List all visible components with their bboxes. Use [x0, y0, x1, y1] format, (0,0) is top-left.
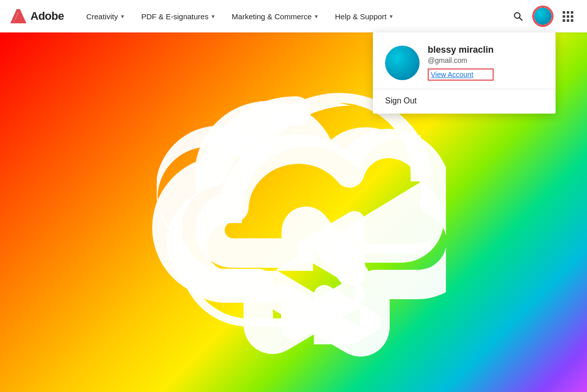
avatar-button[interactable]	[533, 7, 553, 26]
nav-links: Creativity ▼ PDF & E-signatures ▼ Market…	[79, 8, 509, 25]
dropdown-avatar	[385, 46, 420, 80]
apps-button[interactable]	[559, 7, 577, 25]
chevron-down-icon: ▼	[211, 14, 216, 19]
nav-label-marketing: Marketing & Commerce	[232, 12, 312, 21]
dropdown-signout-section: Sign Out	[373, 89, 556, 114]
navbar: Adobe Creativity ▼ PDF & E-signatures ▼ …	[0, 0, 587, 32]
dropdown-email: @gmail.com	[428, 56, 494, 64]
dropdown-user-section: blessy miraclin @gmail.com View Account	[373, 32, 556, 89]
dropdown-username: blessy miraclin	[428, 45, 494, 55]
nav-label-creativity: Creativity	[86, 12, 118, 21]
avatar	[534, 8, 551, 25]
nav-item-marketing[interactable]: Marketing & Commerce ▼	[225, 8, 326, 25]
dropdown-user-info: blessy miraclin @gmail.com View Account	[428, 45, 494, 81]
nav-item-pdf[interactable]: PDF & E-signatures ▼	[134, 8, 222, 25]
search-icon	[513, 11, 523, 21]
chevron-down-icon: ▼	[120, 14, 125, 19]
chevron-down-icon: ▼	[314, 14, 319, 19]
nav-label-help: Help & Support	[335, 12, 387, 21]
nav-label-pdf: PDF & E-signatures	[141, 12, 209, 21]
apps-grid-icon	[563, 11, 573, 22]
chevron-down-icon: ▼	[389, 14, 394, 19]
nav-item-help[interactable]: Help & Support ▼	[328, 8, 401, 25]
search-button[interactable]	[509, 7, 527, 25]
adobe-logo-icon	[10, 9, 26, 23]
view-account-link[interactable]: View Account	[428, 68, 494, 81]
adobe-wordmark: Adobe	[30, 10, 64, 23]
adobe-logo[interactable]: Adobe	[10, 9, 64, 23]
nav-item-creativity[interactable]: Creativity ▼	[79, 8, 132, 25]
user-dropdown-panel: blessy miraclin @gmail.com View Account …	[373, 32, 556, 114]
svg-line-3	[520, 18, 523, 21]
nav-actions	[509, 7, 577, 26]
sign-out-button[interactable]: Sign Out	[385, 96, 417, 105]
